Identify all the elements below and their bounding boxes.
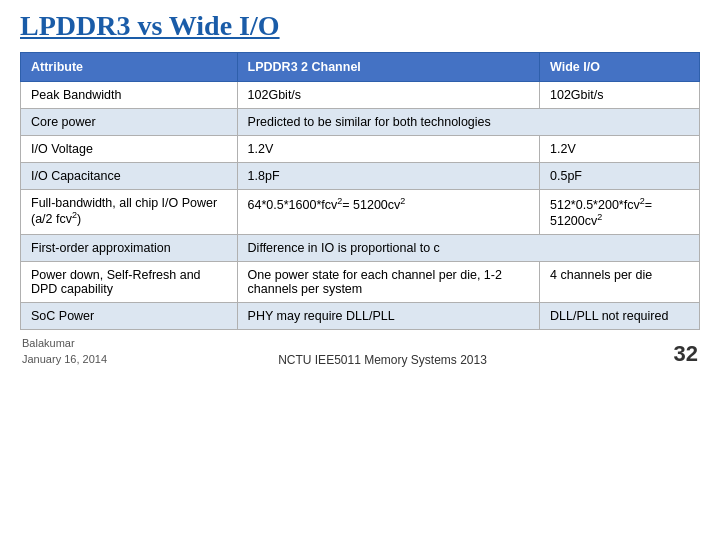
cell-attr: I/O Voltage: [21, 136, 238, 163]
page-title: LPDDR3 vs Wide I/O: [20, 10, 700, 42]
cell-wideio: 0.5pF: [540, 163, 700, 190]
cell-attr: Full-bandwidth, all chip I/O Power (a/2 …: [21, 190, 238, 235]
col-header-wideio: Wide I/O: [540, 53, 700, 82]
table-row: First-order approximation Difference in …: [21, 235, 700, 262]
table-row: Core power Predicted to be similar for b…: [21, 109, 700, 136]
footer-author: Balakumar: [22, 336, 107, 351]
cell-attr: Core power: [21, 109, 238, 136]
cell-lpddr3: 102Gbit/s: [237, 82, 539, 109]
table-row: Power down, Self-Refresh and DPD capabil…: [21, 262, 700, 303]
cell-wideio: DLL/PLL not required: [540, 303, 700, 330]
footer-left: Balakumar January 16, 2014: [22, 336, 107, 367]
table-row: Peak Bandwidth 102Gbit/s 102Gbit/s: [21, 82, 700, 109]
cell-merged: Predicted to be similar for both technol…: [237, 109, 699, 136]
cell-wideio: 1.2V: [540, 136, 700, 163]
table-row: Full-bandwidth, all chip I/O Power (a/2 …: [21, 190, 700, 235]
cell-lpddr3: 64*0.5*1600*fcv2= 51200cv2: [237, 190, 539, 235]
cell-attr: SoC Power: [21, 303, 238, 330]
col-header-lpddr3: LPDDR3 2 Channel: [237, 53, 539, 82]
cell-lpddr3: PHY may require DLL/PLL: [237, 303, 539, 330]
footer: Balakumar January 16, 2014 NCTU IEE5011 …: [20, 336, 700, 367]
table-row: SoC Power PHY may require DLL/PLL DLL/PL…: [21, 303, 700, 330]
cell-wideio: 512*0.5*200*fcv2= 51200cv2: [540, 190, 700, 235]
cell-attr: Peak Bandwidth: [21, 82, 238, 109]
comparison-table: Attribute LPDDR3 2 Channel Wide I/O Peak…: [20, 52, 700, 330]
cell-lpddr3: One power state for each channel per die…: [237, 262, 539, 303]
table-row: I/O Voltage 1.2V 1.2V: [21, 136, 700, 163]
page-container: LPDDR3 vs Wide I/O Attribute LPDDR3 2 Ch…: [0, 0, 720, 540]
cell-attr: First-order approximation: [21, 235, 238, 262]
footer-center: NCTU IEE5011 Memory Systems 2013: [107, 353, 658, 367]
footer-page-number: 32: [658, 341, 698, 367]
cell-lpddr3: 1.8pF: [237, 163, 539, 190]
cell-attr: Power down, Self-Refresh and DPD capabil…: [21, 262, 238, 303]
cell-merged: Difference in IO is proportional to c: [237, 235, 699, 262]
cell-wideio: 102Gbit/s: [540, 82, 700, 109]
footer-date: January 16, 2014: [22, 352, 107, 367]
table-header-row: Attribute LPDDR3 2 Channel Wide I/O: [21, 53, 700, 82]
table-row: I/O Capacitance 1.8pF 0.5pF: [21, 163, 700, 190]
cell-attr: I/O Capacitance: [21, 163, 238, 190]
cell-wideio: 4 channels per die: [540, 262, 700, 303]
col-header-attribute: Attribute: [21, 53, 238, 82]
cell-lpddr3: 1.2V: [237, 136, 539, 163]
